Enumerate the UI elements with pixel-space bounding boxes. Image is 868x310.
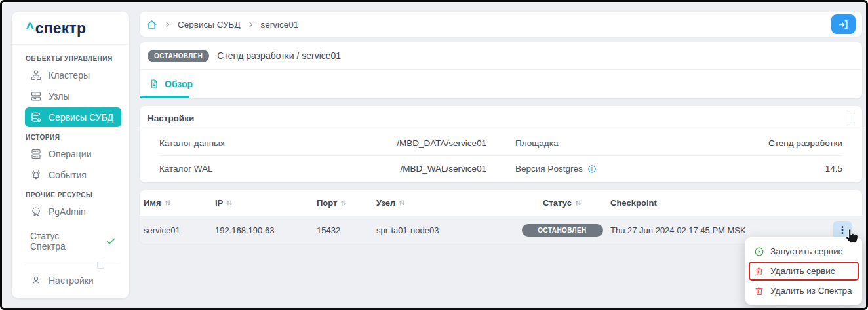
settings-row: Каталог WAL /MBD_WAL/service01 Версия Po… bbox=[159, 156, 842, 182]
settings-panel: Настройки Каталог данных /MBD_DATA/servi… bbox=[140, 106, 862, 182]
service-title: Стенд разработки / service01 bbox=[217, 50, 341, 61]
column-header-status[interactable]: Статус bbox=[514, 198, 610, 208]
check-icon bbox=[106, 236, 116, 246]
sidebar-item-label: Кластеры bbox=[49, 70, 90, 81]
cell-checkpoint: Thu 27 Jun 2024 02:17:45 PM MSK bbox=[610, 225, 833, 235]
info-circle-icon[interactable] bbox=[587, 165, 597, 174]
setting-wal-catalog: Каталог WAL /MBD_WAL/service01 bbox=[159, 164, 486, 174]
annotation-highlight-box: Удалить сервис bbox=[749, 262, 859, 281]
user-icon bbox=[30, 275, 42, 286]
sidebar-item-label: События bbox=[49, 170, 87, 180]
operations-icon bbox=[30, 148, 42, 160]
logout-button[interactable] bbox=[831, 14, 856, 34]
section-label-objects: ОБЪЕКТЫ УПРАВЛЕНИЯ bbox=[26, 55, 121, 62]
setting-site: Площадка Стенд разработки bbox=[515, 138, 842, 148]
bell-icon bbox=[30, 169, 42, 181]
chevron-right-icon bbox=[164, 21, 171, 28]
service-header-card: ОСТАНОВЛЕН Стенд разработки / service01 … bbox=[140, 42, 862, 98]
trash-icon bbox=[754, 266, 764, 277]
clusters-icon bbox=[30, 69, 42, 81]
play-circle-icon bbox=[754, 246, 764, 257]
logo-caret: ^ bbox=[26, 20, 35, 37]
sidebar-item-label: Статус Спектра bbox=[30, 231, 96, 252]
menu-item-delete-service[interactable]: Удалить сервис bbox=[750, 263, 858, 279]
setting-label: Каталог WAL bbox=[159, 164, 213, 174]
column-label: Checkpoint bbox=[610, 198, 657, 208]
sidebar-item-clusters[interactable]: Кластеры bbox=[25, 66, 121, 85]
row-context-menu: Запустить сервис Удалить сервис Удалить … bbox=[745, 237, 862, 305]
cell-node: spr-ta01-node03 bbox=[376, 225, 514, 235]
app-window: ^спектр ОБЪЕКТЫ УПРАВЛЕНИЯ Кластеры Узлы… bbox=[0, 0, 868, 310]
column-header-node[interactable]: Узел bbox=[376, 198, 514, 208]
service-header-row: ОСТАНОВЛЕН Стенд разработки / service01 bbox=[140, 42, 862, 70]
sidebar-item-pgadmin[interactable]: PgAdmin bbox=[25, 202, 121, 222]
column-label: IP bbox=[215, 198, 223, 208]
menu-item-delete-from-spektr[interactable]: Удалить из Спектра bbox=[745, 281, 862, 300]
column-header-ip[interactable]: IP bbox=[215, 198, 317, 208]
sidebar-item-spektr-status[interactable]: Статус Спектра bbox=[25, 227, 121, 256]
tab-label: Обзор bbox=[165, 79, 193, 89]
column-header-name[interactable]: Имя bbox=[144, 198, 215, 208]
cell-ip: 192.168.190.63 bbox=[215, 225, 317, 235]
collapse-panel-icon[interactable] bbox=[848, 115, 854, 121]
settings-row: Каталог данных /MBD_DATA/service01 Площа… bbox=[159, 130, 842, 156]
sidebar-item-label: Сервисы СУБД bbox=[49, 112, 113, 123]
column-label: Узел bbox=[376, 198, 395, 208]
sort-arrows-icon bbox=[226, 199, 233, 207]
breadcrumb-home[interactable] bbox=[146, 19, 157, 30]
sidebar-item-label: PgAdmin bbox=[49, 206, 86, 217]
menu-item-label: Удалить сервис bbox=[770, 266, 835, 276]
sidebar-nav: ОБЪЕКТЫ УПРАВЛЕНИЯ Кластеры Узлы Сервисы… bbox=[12, 45, 129, 290]
sidebar-item-label: Операции bbox=[49, 149, 92, 159]
setting-value: Стенд разработки bbox=[768, 138, 842, 148]
menu-item-start-service[interactable]: Запустить сервис bbox=[745, 242, 862, 261]
cell-port: 15432 bbox=[317, 225, 376, 235]
column-label: Статус bbox=[543, 198, 572, 208]
cell-name: service01 bbox=[144, 225, 215, 235]
sidebar-item-operations[interactable]: Операции bbox=[25, 144, 121, 164]
sort-arrows-icon bbox=[575, 199, 582, 207]
column-header-port[interactable]: Порт bbox=[317, 198, 376, 208]
pgadmin-elephant-icon bbox=[30, 206, 42, 218]
chevron-right-icon bbox=[247, 21, 254, 28]
section-label-history: ИСТОРИЯ bbox=[26, 134, 121, 141]
column-label: Порт bbox=[317, 198, 337, 208]
sidebar-item-events[interactable]: События bbox=[25, 165, 121, 185]
column-header-checkpoint[interactable]: Checkpoint bbox=[610, 198, 833, 208]
sidebar-item-label: Узлы bbox=[49, 91, 70, 102]
setting-postgres-version: Версия Postgres 14.5 bbox=[515, 164, 842, 174]
column-label: Имя bbox=[144, 198, 161, 208]
setting-value: /MBD_WAL/service01 bbox=[400, 164, 486, 174]
sidebar-item-label: Настройки bbox=[49, 275, 94, 286]
sidebar-resize-handle[interactable] bbox=[97, 262, 104, 269]
app-logo: ^спектр bbox=[12, 12, 129, 45]
tab-overview[interactable]: Обзор bbox=[149, 79, 193, 89]
trash-icon bbox=[754, 286, 764, 296]
breadcrumb: Сервисы СУБД service01 bbox=[140, 12, 862, 37]
document-icon bbox=[149, 79, 159, 89]
setting-label-text: Версия Postgres bbox=[515, 164, 583, 174]
settings-panel-header: Настройки bbox=[140, 106, 862, 130]
setting-data-catalog: Каталог данных /MBD_DATA/service01 bbox=[159, 138, 486, 148]
database-gear-icon bbox=[30, 111, 42, 123]
section-label-other: ПРОЧИЕ РЕСУРСЫ bbox=[26, 191, 121, 199]
sort-arrows-icon bbox=[165, 199, 171, 207]
sidebar-item-db-services[interactable]: Сервисы СУБД bbox=[25, 107, 121, 127]
sidebar-item-settings[interactable]: Настройки bbox=[25, 271, 121, 290]
setting-label: Каталог данных bbox=[159, 138, 225, 148]
mouse-cursor-hand bbox=[844, 227, 860, 244]
services-table: Имя IP Порт Узел Статус Checkpoint servi… bbox=[140, 190, 862, 244]
settings-panel-body: Каталог данных /MBD_DATA/service01 Площа… bbox=[140, 130, 862, 182]
status-badge: ОСТАНОВЛЕН bbox=[148, 50, 209, 62]
menu-item-label: Запустить сервис bbox=[770, 246, 842, 256]
breadcrumb-item-services[interactable]: Сервисы СУБД bbox=[178, 20, 241, 29]
tab-bar: Обзор bbox=[140, 70, 862, 98]
breadcrumb-item-service01: service01 bbox=[261, 20, 299, 29]
sidebar: ^спектр ОБЪЕКТЫ УПРАВЛЕНИЯ Кластеры Узлы… bbox=[12, 12, 129, 298]
row-status-badge: ОСТАНОВЛЕН bbox=[522, 224, 603, 237]
sidebar-item-nodes[interactable]: Узлы bbox=[25, 87, 121, 106]
setting-value: /MBD_DATA/service01 bbox=[397, 138, 486, 148]
home-icon bbox=[146, 19, 157, 30]
setting-label: Версия Postgres bbox=[515, 164, 597, 174]
table-header-row: Имя IP Порт Узел Статус Checkpoint bbox=[140, 190, 862, 216]
